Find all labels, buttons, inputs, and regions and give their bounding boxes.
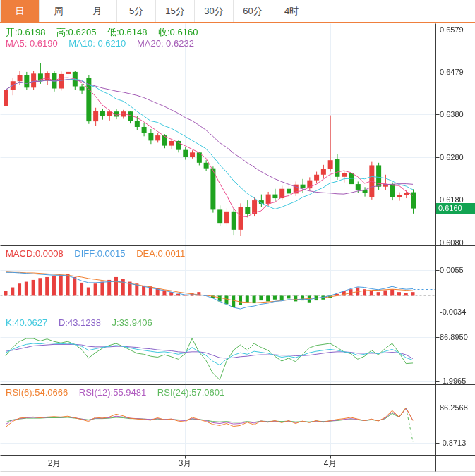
ohlc-close: 收:0.6160 — [158, 27, 198, 37]
rsi-readout: RSI(6):54.0666 RSI(12):55.9481 RSI(24):5… — [6, 387, 233, 398]
y-tick-kdj-top: 86.8950 — [440, 333, 468, 341]
ohlc-low: 低:0.6148 — [107, 27, 147, 37]
y-tick-main-6: 0.6080 — [440, 238, 464, 247]
current-price-badge: 0.6160 — [436, 203, 475, 214]
y-tick-main-3: 0.6380 — [440, 110, 464, 118]
y-tick-kdj-bottom: -1.9965 — [440, 377, 466, 385]
kline-chart-app: 日 周 月 5分 15分 30分 60分 4时 开:0.6198 高:0.620… — [0, 0, 475, 476]
timeframe-toolbar: 日 周 月 5分 15分 30分 60分 4时 — [0, 0, 475, 23]
tab-15min[interactable]: 15分 — [156, 0, 195, 22]
tab-month[interactable]: 月 — [78, 0, 117, 22]
tab-4hour[interactable]: 4时 — [272, 0, 311, 22]
y-tick-main-4: 0.6280 — [440, 153, 464, 161]
d-value: D:43.1238 — [59, 317, 101, 328]
macd-readout: MACD:0.0008 DIFF:0.0015 DEA:0.0011 — [6, 248, 193, 259]
tab-week[interactable]: 周 — [40, 0, 78, 22]
k-value: K:40.0627 — [6, 317, 47, 328]
tab-60min[interactable]: 60分 — [234, 0, 272, 22]
y-tick-main-2: 0.6479 — [440, 68, 464, 76]
rsi24-value: RSI(24):57.0601 — [157, 387, 224, 398]
kdj-readout: K:40.0627 D:43.1238 J:33.9406 — [6, 317, 161, 328]
y-tick-rsi-bottom: -0.8713 — [440, 439, 466, 447]
tab-day[interactable]: 日 — [0, 0, 40, 22]
y-tick-macd-top: 0.0055 — [440, 266, 464, 274]
ma10-value: MA10: 0.6210 — [68, 38, 126, 49]
y-tick-macd-bottom: -0.0034 — [440, 307, 466, 316]
ma5-value: MA5: 0.6190 — [6, 38, 58, 49]
macd-value: MACD:0.0008 — [6, 248, 64, 259]
tab-30min[interactable]: 30分 — [195, 0, 234, 22]
tab-5min[interactable]: 5分 — [117, 0, 156, 22]
x-label-apr: 4月 — [324, 458, 337, 470]
diff-value: DIFF:0.0015 — [74, 248, 125, 259]
ma20-value: MA20: 0.6232 — [137, 38, 194, 49]
ma-readout: MA5: 0.6190 MA10: 0.6210 MA20: 0.6232 — [6, 38, 203, 49]
ohlc-readout: 开:0.6198 高:0.6205 低:0.6148 收:0.6160 — [6, 26, 206, 39]
rsi6-value: RSI(6):54.0666 — [6, 387, 68, 398]
rsi12-value: RSI(12):55.9481 — [79, 387, 146, 398]
j-value: J:33.9406 — [112, 317, 152, 328]
ohlc-high: 高:0.6205 — [56, 27, 96, 37]
kline-chart-canvas[interactable] — [0, 0, 475, 476]
ohlc-open: 开:0.6198 — [6, 27, 45, 37]
y-tick-main-1: 0.6579 — [440, 25, 464, 34]
dea-value: DEA:0.0011 — [136, 248, 185, 259]
y-tick-rsi-top: 86.2568 — [440, 403, 468, 412]
x-label-mar: 3月 — [179, 458, 192, 470]
x-label-feb: 2月 — [48, 458, 61, 470]
